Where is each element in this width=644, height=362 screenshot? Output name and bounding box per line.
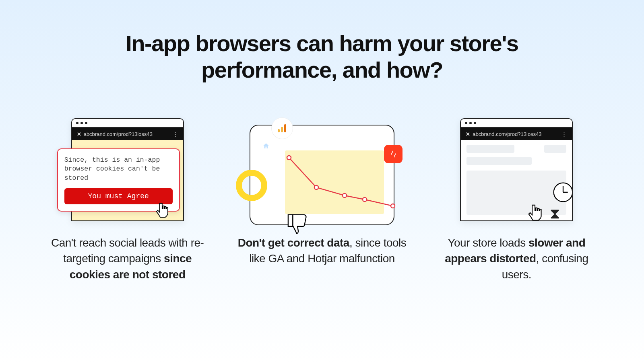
close-icon: ✕	[466, 131, 470, 137]
caption-performance: Your store loads slower and appears dist…	[432, 230, 601, 282]
columns: ✕abcbrand.com/prod?13loss43 ⋮ Since, thi…	[0, 83, 644, 282]
url-text: abcbrand.com/prod?13loss43	[84, 131, 153, 137]
svg-rect-5	[288, 214, 293, 226]
close-icon: ✕	[77, 131, 81, 137]
chart-area	[285, 150, 384, 214]
skeleton-line	[466, 157, 531, 165]
illustration-analytics	[233, 109, 411, 230]
caption-bold: Don't get correct data	[238, 237, 349, 249]
page-title: In-app browsers can harm your store's pe…	[101, 0, 543, 83]
column-cookies: ✕abcbrand.com/prod?13loss43 ⋮ Since, thi…	[38, 109, 217, 282]
kebab-menu-icon: ⋮	[173, 131, 178, 137]
hourglass-icon: ⧗	[550, 205, 560, 221]
analytics-panel	[250, 125, 394, 225]
caption-analytics: Don't get correct data, since tools like…	[237, 230, 407, 266]
cursor-pointer-icon	[525, 202, 547, 221]
cookie-popup: Since, this is an in-app browser cookies…	[57, 148, 180, 212]
column-performance: ✕abcbrand.com/prod?13loss43 ⋮ ⧗	[427, 109, 606, 282]
illustration-cookies: ✕abcbrand.com/prod?13loss43 ⋮ Since, thi…	[38, 109, 217, 230]
address-bar: ✕abcbrand.com/prod?13loss43 ⋮	[461, 128, 572, 140]
clock-icon	[552, 181, 573, 204]
window-titlebar	[461, 119, 572, 128]
thumbs-down-icon	[287, 212, 312, 237]
popup-message: Since, this is an in-app browser cookies…	[64, 156, 173, 183]
hotjar-icon	[384, 145, 402, 163]
browser-window: ✕abcbrand.com/prod?13loss43 ⋮ ⧗	[460, 118, 573, 221]
cursor-pointer-icon	[153, 200, 173, 222]
skeleton-line	[466, 145, 514, 153]
caption-cookies: Can't reach social leads with re-targeti…	[43, 230, 212, 282]
skeleton-line	[544, 145, 566, 153]
illustration-performance: ✕abcbrand.com/prod?13loss43 ⋮ ⧗	[427, 109, 606, 230]
caption-text: Your store loads	[448, 237, 528, 249]
home-icon	[262, 142, 270, 150]
svg-point-4	[391, 204, 395, 208]
address-bar: ✕abcbrand.com/prod?13loss43 ⋮	[72, 128, 183, 140]
url-text: abcbrand.com/prod?13loss43	[473, 131, 541, 137]
ring-decoration	[236, 170, 267, 201]
kebab-menu-icon: ⋮	[561, 131, 567, 137]
google-analytics-icon	[271, 117, 293, 139]
column-analytics: Don't get correct data, since tools like…	[233, 109, 411, 282]
window-titlebar	[72, 119, 183, 128]
page-body-loading: ⧗	[461, 140, 572, 220]
